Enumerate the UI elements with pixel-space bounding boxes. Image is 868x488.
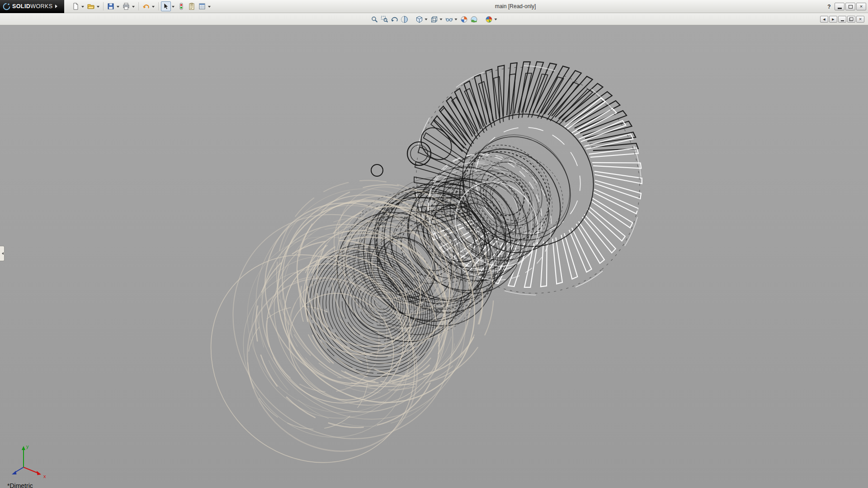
restore-button[interactable]: [845, 3, 855, 10]
doc-restore-icon: [849, 18, 853, 20]
view-orientation-icon: [415, 16, 423, 23]
toolbar-separator: [158, 2, 159, 10]
glasses-icon: [445, 16, 453, 23]
previous-view-button[interactable]: [390, 14, 399, 24]
minimize-icon: [838, 8, 842, 9]
new-dropdown-icon[interactable]: [81, 6, 84, 9]
minimize-button[interactable]: [835, 3, 844, 10]
select-dropdown-icon[interactable]: [172, 6, 175, 9]
window-prev-button[interactable]: ◀: [820, 16, 828, 23]
rebuild-button[interactable]: [176, 1, 186, 11]
undo-dropdown-icon[interactable]: [152, 6, 155, 9]
zoom-to-fit-button[interactable]: [370, 14, 379, 24]
color-wheel-icon: [485, 16, 492, 23]
open-folder-icon: [87, 3, 94, 10]
doc-restore-button[interactable]: [847, 16, 855, 23]
section-view-button[interactable]: [400, 14, 409, 24]
restore-icon: [849, 5, 853, 9]
clipboard-icon: [188, 3, 195, 10]
solidworks-logo: SOLIDWORKS: [0, 0, 64, 13]
display-style-dropdown-icon[interactable]: [440, 19, 443, 22]
z-axis-arrow-icon: [12, 471, 17, 474]
undo-icon: [142, 3, 150, 10]
doc-minimize-button[interactable]: [838, 16, 846, 23]
options-dropdown-icon[interactable]: [208, 6, 211, 9]
zoom-to-area-icon: [381, 16, 388, 23]
doc-close-button[interactable]: ×: [856, 16, 864, 23]
document-title: main [Read-only]: [495, 0, 536, 13]
toolbar-separator: [138, 2, 139, 10]
doc-minimize-icon: [841, 20, 844, 21]
heads-up-toolbar: ◀ ▶ ×: [0, 13, 868, 25]
toolbar-separator: [103, 2, 104, 10]
document-window-controls: ◀ ▶ ×: [820, 13, 864, 25]
new-document-button[interactable]: [71, 1, 80, 11]
feature-tree-collapse-tab[interactable]: [0, 246, 5, 261]
menu-expand-arrow-icon[interactable]: [55, 5, 59, 8]
select-button[interactable]: [161, 1, 171, 11]
title-bar: SOLIDWORKS: [0, 0, 868, 13]
hide-show-dropdown-icon[interactable]: [455, 19, 458, 22]
view-orientation-status: *Dimetric: [7, 482, 33, 488]
options-button[interactable]: [197, 1, 207, 11]
spreadsheet-icon: [198, 3, 206, 10]
appearance-sphere-icon: [460, 16, 467, 23]
3ds-swirl-icon: [3, 3, 10, 10]
brand-name: SOLIDWORKS: [12, 3, 52, 9]
scene-sphere-icon: [470, 16, 477, 23]
main-toolbar: [71, 1, 212, 11]
previous-view-icon: [391, 16, 398, 23]
print-icon: [123, 3, 130, 10]
graphics-viewport[interactable]: y x *Dimetric: [0, 25, 868, 488]
x-axis-label: x: [43, 474, 46, 479]
select-cursor-icon: [162, 3, 170, 10]
display-style-button[interactable]: [429, 14, 439, 24]
save-icon: [107, 3, 114, 10]
file-properties-button[interactable]: [187, 1, 197, 11]
undo-button[interactable]: [141, 1, 151, 11]
apply-scene-button[interactable]: [469, 14, 479, 24]
edit-appearance-button[interactable]: [459, 14, 469, 24]
engine-drawing: [0, 25, 868, 488]
zoom-to-fit-icon: [371, 16, 378, 23]
window-next-button[interactable]: ▶: [829, 16, 837, 23]
display-style-icon: [430, 16, 438, 23]
window-controls: ? ×: [825, 0, 866, 13]
view-settings-dropdown-icon[interactable]: [495, 19, 497, 22]
open-button[interactable]: [86, 1, 96, 11]
x-axis-arrow-icon: [37, 471, 41, 475]
print-button[interactable]: [121, 1, 131, 11]
y-axis-label: y: [26, 444, 29, 449]
save-button[interactable]: [106, 1, 116, 11]
view-settings-button[interactable]: [484, 14, 494, 24]
help-button[interactable]: ?: [825, 3, 834, 11]
close-button[interactable]: ×: [856, 3, 866, 10]
hide-show-items-button[interactable]: [444, 14, 454, 24]
print-dropdown-icon[interactable]: [132, 6, 135, 9]
open-dropdown-icon[interactable]: [97, 6, 99, 9]
view-tools-group: [370, 13, 499, 25]
solidworks-window: SOLIDWORKS: [0, 0, 868, 488]
y-axis-arrow-icon: [22, 446, 25, 450]
save-dropdown-icon[interactable]: [117, 6, 119, 9]
traffic-light-icon: [178, 3, 185, 10]
orientation-triad: y x: [5, 443, 54, 481]
section-view-icon: [401, 16, 408, 23]
view-orientation-dropdown-icon[interactable]: [425, 19, 428, 22]
zoom-to-area-button[interactable]: [380, 14, 389, 24]
view-orientation-button[interactable]: [415, 14, 424, 24]
new-document-icon: [72, 3, 79, 10]
